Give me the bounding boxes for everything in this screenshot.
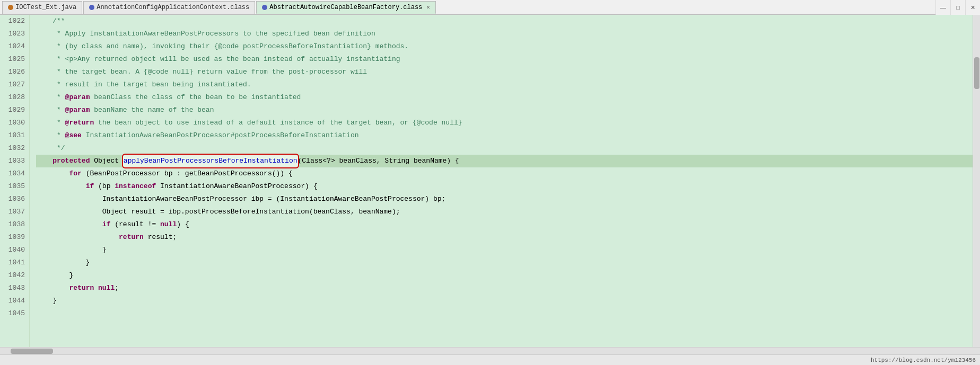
tab-annotationconfig[interactable]: AnnotationConfigApplicationContext.class bbox=[83, 1, 255, 14]
horizontal-scrollbar[interactable] bbox=[0, 347, 980, 354]
status-bar: https://blog.csdn.net/ym123456 bbox=[0, 354, 980, 365]
scrollbar-thumb[interactable] bbox=[974, 57, 979, 89]
code-line-1045 bbox=[36, 307, 973, 320]
status-url: https://blog.csdn.net/ym123456 bbox=[871, 357, 976, 363]
code-line-1030: * @return the bean object to use instead… bbox=[36, 117, 973, 129]
tab-ioctest[interactable]: IOCTest_Ext.java bbox=[2, 1, 82, 14]
code-line-1042: } bbox=[36, 269, 973, 282]
code-line-1044: } bbox=[36, 295, 973, 307]
code-line-1041: } bbox=[36, 256, 973, 269]
code-line-1043: return null; bbox=[36, 282, 973, 295]
editor-area: 1022 1023 1024 1025 1026 1027 1028 1029 … bbox=[0, 15, 980, 347]
code-line-1035: if (bp instanceof InstantiationAwareBean… bbox=[36, 180, 973, 193]
code-line-1028: * @param beanClass the class of the bean… bbox=[36, 91, 973, 104]
maximize-button[interactable]: □ bbox=[950, 0, 965, 15]
class-icon bbox=[89, 5, 94, 10]
scrollbar-bottom-thumb[interactable] bbox=[11, 349, 53, 354]
tab-abstractautowire[interactable]: AbstractAutowireCapableBeanFactory.class… bbox=[256, 1, 436, 14]
tab-bar: IOCTest_Ext.java AnnotationConfigApplica… bbox=[0, 0, 980, 15]
code-line-1034: for (BeanPostProcessor bp : getBeanPostP… bbox=[36, 167, 973, 180]
java-icon bbox=[8, 5, 13, 10]
code-line-1036: InstantiationAwareBeanPostProcessor ibp … bbox=[36, 193, 973, 206]
code-line-1032: */ bbox=[36, 142, 973, 155]
tab-close-button[interactable]: ✕ bbox=[426, 4, 430, 11]
close-button[interactable]: ✕ bbox=[965, 0, 980, 15]
code-line-1029: * @param beanName the name of the bean bbox=[36, 104, 973, 117]
minimize-button[interactable]: — bbox=[935, 0, 950, 15]
code-line-1023: * Apply InstantiationAwareBeanPostProces… bbox=[36, 28, 973, 40]
code-line-1038: if (result != null) { bbox=[36, 218, 973, 231]
tab-label: IOCTest_Ext.java bbox=[15, 4, 76, 11]
code-content[interactable]: /** * Apply InstantiationAwareBeanPostPr… bbox=[30, 15, 973, 347]
code-line-1040: } bbox=[36, 244, 973, 256]
code-line-1026: * the target bean. A {@code null} return… bbox=[36, 66, 973, 78]
code-line-1025: * <p>Any returned object will be used as… bbox=[36, 53, 973, 66]
code-line-1039: return result; bbox=[36, 231, 973, 244]
line-numbers: 1022 1023 1024 1025 1026 1027 1028 1029 … bbox=[0, 15, 30, 347]
vertical-scrollbar[interactable] bbox=[973, 15, 980, 347]
code-line-1024: * (by class and name), invoking their {@… bbox=[36, 40, 973, 53]
code-line-1031: * @see InstantiationAwareBeanPostProcess… bbox=[36, 129, 973, 142]
class-icon bbox=[262, 5, 267, 10]
code-line-1027: * result in the target bean being instan… bbox=[36, 78, 973, 91]
code-line-1033: protected Object applyBeanPostProcessors… bbox=[36, 155, 973, 167]
tab-label: AnnotationConfigApplicationContext.class bbox=[97, 4, 249, 11]
code-line-1022: /** bbox=[36, 15, 973, 28]
tab-label: AbstractAutowireCapableBeanFactory.class bbox=[269, 4, 422, 11]
code-line-1037: Object result = ibp.postProcessBeforeIns… bbox=[36, 206, 973, 218]
